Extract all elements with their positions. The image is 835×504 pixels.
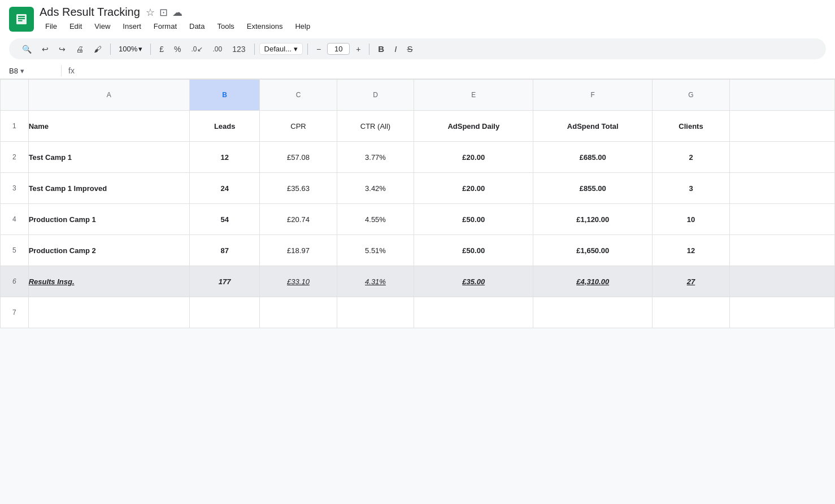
cell-name[interactable]: Production Camp 2 <box>28 235 189 266</box>
cell-adspend-total[interactable] <box>533 297 653 328</box>
cell-ctr[interactable]: CTR (All) <box>337 111 414 142</box>
cell-g[interactable] <box>729 204 834 235</box>
format-number-button[interactable]: 123 <box>228 42 249 56</box>
font-size-increase-button[interactable]: + <box>352 42 364 56</box>
cell-g[interactable] <box>729 235 834 266</box>
cell-name[interactable]: Test Camp 1 Improved <box>28 173 189 204</box>
cell-clients[interactable]: Clients <box>653 111 730 142</box>
menu-file[interactable]: File <box>40 20 63 33</box>
cell-adspend-daily[interactable]: £50.00 <box>414 204 533 235</box>
summary-row[interactable]: 6Results Insg.177£33.104.31%£35.00£4,310… <box>1 266 835 297</box>
undo-button[interactable]: ↩ <box>38 42 53 56</box>
cell-clients[interactable]: 2 <box>653 142 730 173</box>
cell-name[interactable]: Production Camp 1 <box>28 204 189 235</box>
cell-adspend-total[interactable]: AdSpend Total <box>533 111 653 142</box>
col-header-f[interactable]: F <box>533 80 653 111</box>
cell-adspend-daily[interactable]: £20.00 <box>414 142 533 173</box>
cell-name[interactable]: Test Camp 1 <box>28 142 189 173</box>
cell-adspend-daily[interactable]: £20.00 <box>414 173 533 204</box>
cell-leads[interactable]: 24 <box>190 173 260 204</box>
cell-clients[interactable]: 27 <box>653 266 730 297</box>
cell-ctr[interactable]: 4.31% <box>337 266 414 297</box>
cell-adspend-daily[interactable] <box>414 297 533 328</box>
cell-cpr[interactable]: £20.74 <box>260 204 337 235</box>
cell-leads[interactable]: Leads <box>190 111 260 142</box>
menu-help[interactable]: Help <box>289 20 316 33</box>
decimal-decrease-button[interactable]: .0↙ <box>188 43 207 55</box>
cell-reference[interactable]: B8 <box>9 67 18 75</box>
cell-clients[interactable]: 10 <box>653 204 730 235</box>
cell-g[interactable] <box>729 266 834 297</box>
col-header-a[interactable]: A <box>28 80 189 111</box>
cell-ctr[interactable]: 4.55% <box>337 204 414 235</box>
print-button[interactable]: 🖨 <box>72 42 88 56</box>
cell-adspend-daily[interactable]: £35.00 <box>414 266 533 297</box>
cell-clients[interactable]: 12 <box>653 235 730 266</box>
table-row[interactable]: 5Production Camp 287£18.975.51%£50.00£1,… <box>1 235 835 266</box>
col-header-d[interactable]: D <box>337 80 414 111</box>
col-header-g[interactable]: G <box>653 80 730 111</box>
folder-icon[interactable]: ⊡ <box>159 6 168 19</box>
menu-insert[interactable]: Insert <box>117 20 147 33</box>
document-title[interactable]: Ads Result Tracking <box>40 6 140 19</box>
cell-adspend-total[interactable]: £1,120.00 <box>533 204 653 235</box>
cell-g[interactable] <box>729 142 834 173</box>
cell-ctr[interactable] <box>337 297 414 328</box>
cell-leads[interactable]: 177 <box>190 266 260 297</box>
cell-ref-dropdown-icon[interactable]: ▾ <box>20 67 24 75</box>
table-row[interactable]: 2Test Camp 112£57.083.77%£20.00£685.002 <box>1 142 835 173</box>
cell-cpr[interactable]: £35.63 <box>260 173 337 204</box>
table-row[interactable]: 3Test Camp 1 Improved24£35.633.42%£20.00… <box>1 173 835 204</box>
italic-button[interactable]: I <box>390 42 401 56</box>
star-icon[interactable]: ☆ <box>146 6 155 19</box>
cell-cpr[interactable] <box>260 297 337 328</box>
redo-button[interactable]: ↪ <box>55 42 69 56</box>
cell-leads[interactable]: 12 <box>190 142 260 173</box>
cell-ctr[interactable]: 5.51% <box>337 235 414 266</box>
cell-cpr[interactable]: £57.08 <box>260 142 337 173</box>
zoom-selector[interactable]: 100% ▾ <box>115 44 146 54</box>
table-row[interactable]: 7 <box>1 297 835 328</box>
search-button[interactable]: 🔍 <box>18 42 36 56</box>
cell-leads[interactable] <box>190 297 260 328</box>
cell-leads[interactable]: 54 <box>190 204 260 235</box>
menu-format[interactable]: Format <box>148 20 182 33</box>
menu-extensions[interactable]: Extensions <box>241 20 289 33</box>
cell-cpr[interactable]: CPR <box>260 111 337 142</box>
cell-ctr[interactable]: 3.42% <box>337 173 414 204</box>
cell-adspend-total[interactable]: £685.00 <box>533 142 653 173</box>
cell-adspend-daily[interactable]: AdSpend Daily <box>414 111 533 142</box>
table-row[interactable]: 4Production Camp 154£20.744.55%£50.00£1,… <box>1 204 835 235</box>
cell-adspend-total[interactable]: £1,650.00 <box>533 235 653 266</box>
cell-cpr[interactable]: £18.97 <box>260 235 337 266</box>
menu-view[interactable]: View <box>89 20 116 33</box>
col-header-b[interactable]: B <box>190 80 260 111</box>
font-family-selector[interactable]: Defaul... ▾ <box>259 43 303 55</box>
strikethrough-button[interactable]: S <box>403 42 416 56</box>
percent-button[interactable]: % <box>170 42 185 56</box>
currency-button[interactable]: £ <box>155 42 168 56</box>
cell-name[interactable] <box>28 297 189 328</box>
font-size-decrease-button[interactable]: − <box>312 42 325 56</box>
cell-clients[interactable] <box>653 297 730 328</box>
cell-name[interactable]: Name <box>28 111 189 142</box>
menu-edit[interactable]: Edit <box>64 20 88 33</box>
bold-button[interactable]: B <box>374 42 388 56</box>
cell-adspend-total[interactable]: £855.00 <box>533 173 653 204</box>
cell-clients[interactable]: 3 <box>653 173 730 204</box>
cloud-icon[interactable]: ☁ <box>172 6 182 19</box>
cell-name[interactable]: Results Insg. <box>28 266 189 297</box>
cell-ctr[interactable]: 3.77% <box>337 142 414 173</box>
menu-tools[interactable]: Tools <box>211 20 240 33</box>
paint-format-button[interactable]: 🖌 <box>90 42 106 56</box>
cell-adspend-daily[interactable]: £50.00 <box>414 235 533 266</box>
cell-cpr[interactable]: £33.10 <box>260 266 337 297</box>
col-header-c[interactable]: C <box>260 80 337 111</box>
col-header-e[interactable]: E <box>414 80 533 111</box>
font-size-input[interactable]: 10 <box>327 43 350 55</box>
cell-g[interactable] <box>729 173 834 204</box>
decimal-increase-button[interactable]: .00 <box>209 43 227 55</box>
menu-data[interactable]: Data <box>184 20 210 33</box>
cell-adspend-total[interactable]: £4,310.00 <box>533 266 653 297</box>
header-row[interactable]: 1NameLeadsCPRCTR (All)AdSpend DailyAdSpe… <box>1 111 835 142</box>
